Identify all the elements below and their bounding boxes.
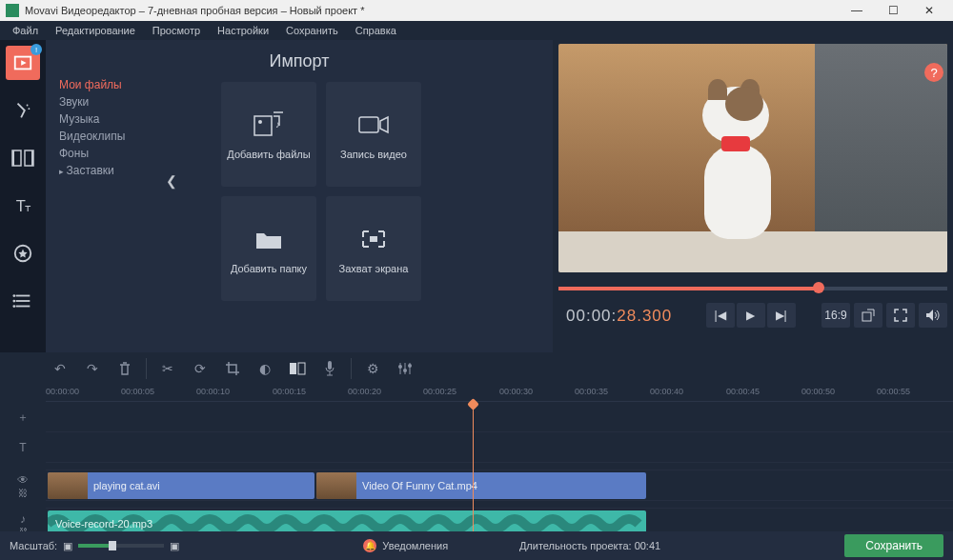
zoom-in-icon[interactable]: ▣ xyxy=(170,540,179,552)
video-track[interactable]: playing cat.avi Video Of Funny Cat.mp4 xyxy=(46,470,953,501)
svg-point-17 xyxy=(12,305,15,308)
voiceover-button[interactable] xyxy=(315,355,344,382)
undo-button[interactable]: ↶ xyxy=(46,355,74,382)
status-bar: Масштаб: ▣ ▣ 🔔 Уведомления Длительность … xyxy=(0,531,953,560)
video-clip-1[interactable]: playing cat.avi xyxy=(48,472,314,499)
duration-label: Длительность проекта: 00:41 xyxy=(519,540,660,551)
screen-capture-card[interactable]: Захват экрана xyxy=(326,196,421,301)
svg-point-3 xyxy=(29,108,30,110)
redo-button[interactable]: ↷ xyxy=(78,355,107,382)
zoom-out-icon[interactable]: ▣ xyxy=(63,540,72,552)
svg-point-32 xyxy=(398,365,402,369)
window-titlebar: Movavi Видеоредактор – 7-дневная пробная… xyxy=(0,0,953,21)
menu-save[interactable]: Сохранить xyxy=(277,25,347,36)
next-frame-button[interactable]: ▶| xyxy=(767,303,796,328)
nav-sounds[interactable]: Звуки xyxy=(59,93,168,110)
svg-rect-18 xyxy=(254,116,272,135)
left-toolbar: ! Tᴛ xyxy=(0,40,46,352)
svg-rect-28 xyxy=(328,361,332,370)
edit-toolbar: ↶ ↷ ✂ ⟳ ◐ ⚙ xyxy=(0,352,953,385)
crop-button[interactable] xyxy=(218,355,247,382)
maximize-button[interactable]: ☐ xyxy=(875,4,911,17)
window-title: Movavi Видеоредактор – 7-дневная пробная… xyxy=(25,5,364,16)
screen-capture-icon xyxy=(359,223,388,255)
delete-button[interactable] xyxy=(111,355,139,382)
properties-button[interactable]: ⚙ xyxy=(358,355,387,382)
add-folder-card[interactable]: Добавить папку xyxy=(221,196,316,301)
video-clip-2[interactable]: Video Of Funny Cat.mp4 xyxy=(316,472,646,499)
minimize-button[interactable]: — xyxy=(839,4,875,17)
nav-backgrounds[interactable]: Фоны xyxy=(59,145,168,162)
detach-button[interactable] xyxy=(854,303,882,328)
nav-music[interactable]: Музыка xyxy=(59,110,168,128)
svg-rect-7 xyxy=(31,150,33,166)
close-button[interactable]: ✕ xyxy=(911,4,947,17)
add-files-label: Добавить файлы xyxy=(227,149,310,160)
zoom-label: Масштаб: xyxy=(10,540,57,551)
screen-capture-label: Захват экрана xyxy=(339,263,409,274)
save-button[interactable]: Сохранить xyxy=(844,534,943,557)
fullscreen-button[interactable] xyxy=(886,303,915,328)
menu-edit[interactable]: Редактирование xyxy=(47,25,144,36)
add-files-card[interactable]: ♪ Добавить файлы xyxy=(221,82,316,187)
title-track[interactable] xyxy=(46,432,953,463)
import-panel: Импорт Мои файлы Звуки Музыка Видеоклипы… xyxy=(46,40,553,352)
add-track-button[interactable]: ＋ xyxy=(0,402,46,432)
menubar: Файл Редактирование Просмотр Настройки С… xyxy=(0,21,953,40)
titles-tool[interactable]: Tᴛ xyxy=(6,189,40,223)
import-tool[interactable]: ! xyxy=(6,46,40,80)
svg-rect-24 xyxy=(862,312,871,321)
nav-videoclips[interactable]: Видеоклипы xyxy=(59,128,168,145)
menu-settings[interactable]: Настройки xyxy=(209,25,277,36)
svg-marker-11 xyxy=(18,249,27,257)
help-button[interactable]: ? xyxy=(924,63,943,82)
svg-rect-6 xyxy=(12,150,14,166)
svg-point-15 xyxy=(12,294,15,297)
title-track-icon[interactable]: T xyxy=(0,432,46,463)
menu-view[interactable]: Просмотр xyxy=(144,25,209,36)
svg-marker-22 xyxy=(380,117,388,132)
filters-tool[interactable] xyxy=(6,93,40,128)
preview-video[interactable] xyxy=(558,44,947,272)
notifications-label: Уведомления xyxy=(382,540,448,551)
rotate-button[interactable]: ⟳ xyxy=(186,355,214,382)
nav-intros[interactable]: Заставки xyxy=(59,162,168,179)
transitions-tool[interactable] xyxy=(6,141,40,175)
notifications-button[interactable]: 🔔 Уведомления xyxy=(363,539,448,552)
svg-marker-1 xyxy=(21,60,27,66)
aspect-ratio-button[interactable]: 16:9 xyxy=(821,303,850,328)
video-track-icon[interactable]: 👁⛓ xyxy=(0,470,46,501)
track-spacer xyxy=(46,402,953,432)
folder-icon xyxy=(254,223,283,255)
stickers-tool[interactable] xyxy=(6,236,40,270)
preview-scrubber[interactable] xyxy=(558,278,947,299)
collapse-nav-icon[interactable]: ❮ xyxy=(166,173,177,189)
timeline: 00:00:00 00:00:05 00:00:10 00:00:15 00:0… xyxy=(0,385,953,528)
transition-wizard-button[interactable] xyxy=(283,355,312,382)
menu-file[interactable]: Файл xyxy=(4,25,47,36)
clip-label: Video Of Funny Cat.mp4 xyxy=(362,480,477,491)
svg-point-2 xyxy=(27,105,29,107)
svg-point-16 xyxy=(12,300,15,303)
clip-label: playing cat.avi xyxy=(93,480,160,491)
svg-rect-23 xyxy=(370,236,377,242)
volume-button[interactable] xyxy=(919,303,947,328)
playhead[interactable] xyxy=(473,402,474,539)
timeline-ruler[interactable]: 00:00:00 00:00:05 00:00:10 00:00:15 00:0… xyxy=(46,385,953,402)
record-video-icon xyxy=(357,109,390,141)
cut-button[interactable]: ✂ xyxy=(153,355,182,382)
svg-text:ᴛ: ᴛ xyxy=(25,202,31,213)
record-video-card[interactable]: Запись видео xyxy=(326,82,421,187)
play-button[interactable]: ▶ xyxy=(737,303,765,328)
more-tool[interactable] xyxy=(6,284,40,318)
zoom-control[interactable]: Масштаб: ▣ ▣ xyxy=(10,540,179,552)
color-button[interactable]: ◐ xyxy=(251,355,279,382)
timecode: 00:00:28.300 xyxy=(558,306,679,326)
prev-frame-button[interactable]: |◀ xyxy=(706,303,735,328)
clip-label: Voice-record-20.mp3 xyxy=(48,518,152,530)
sliders-button[interactable] xyxy=(391,355,419,382)
nav-my-files[interactable]: Мои файлы xyxy=(59,76,168,93)
badge-icon: ! xyxy=(30,44,42,55)
menu-help[interactable]: Справка xyxy=(347,25,405,36)
svg-rect-21 xyxy=(359,117,378,132)
